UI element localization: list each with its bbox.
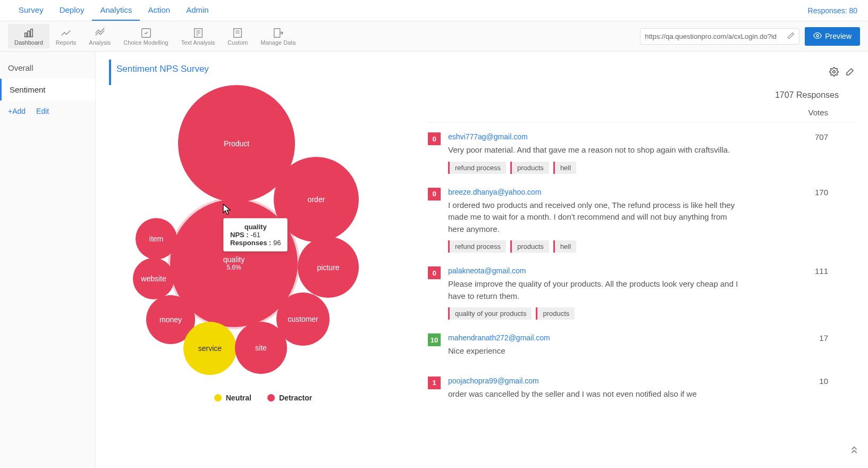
vote-count: 111 [812, 266, 844, 320]
response-item: 0palakneota@gmail.comPlease improve the … [428, 257, 844, 324]
votes-header: Votes [428, 108, 855, 123]
toolbar-text-analysis[interactable]: Text Analysis [175, 24, 222, 48]
tag[interactable]: quality of your products [448, 307, 532, 320]
vote-count: 707 [812, 132, 844, 174]
response-item: 0eshvi777ag@gmail.comVery poor material.… [428, 123, 844, 178]
export-icon [272, 27, 284, 39]
bubble-item[interactable]: item [136, 218, 177, 260]
score-badge: 0 [428, 132, 441, 145]
tag[interactable]: refund process [448, 240, 506, 253]
response-list: 0eshvi777ag@gmail.comVery poor material.… [428, 123, 855, 410]
eye-icon [813, 31, 822, 41]
score-badge: 0 [428, 188, 441, 200]
gear-icon[interactable] [829, 67, 839, 78]
sidebar-item-overall[interactable]: Overall [0, 57, 95, 79]
svg-point-13 [833, 70, 836, 73]
doc-icon [60, 27, 72, 39]
sidebar-item-sentiment[interactable]: Sentiment [0, 79, 95, 101]
choice-icon [140, 27, 153, 39]
url-input[interactable] [645, 32, 784, 40]
cursor-icon [222, 203, 232, 218]
edit-icon[interactable] [787, 32, 795, 41]
scroll-top-button[interactable] [848, 444, 860, 457]
preview-label: Preview [825, 32, 852, 40]
url-box[interactable] [640, 28, 799, 45]
response-item: 10mahendranath272@gmail.comNice experien… [428, 324, 844, 367]
tag[interactable]: hell [553, 240, 576, 253]
svg-rect-2 [31, 29, 33, 37]
bubble-picture[interactable]: picture [298, 237, 359, 298]
toolbar-manage-data[interactable]: Manage Data [254, 24, 302, 48]
tag[interactable]: refund process [448, 162, 506, 174]
top-nav: SurveyDeployAnalyticsActionAdmin Respons… [0, 0, 868, 21]
legend-neutral: Neutral [214, 394, 251, 402]
vote-count: 17 [812, 333, 844, 363]
bubble-chart[interactable]: Productquality5.6%orderitemwebsitepictur… [109, 85, 407, 388]
content-area: Sentiment NPS Survey Productquality5.6%o… [96, 52, 868, 468]
tag[interactable]: products [510, 240, 549, 253]
toolbar-dashboard[interactable]: Dashboard [8, 24, 49, 48]
toolbar-custom[interactable]: Custom [221, 24, 254, 48]
toolbar-choice-modelling[interactable]: Choice Modelling [117, 24, 174, 48]
toolbar: DashboardReportsAnalysisChoice Modelling… [0, 21, 868, 52]
response-text: I ordered two products and received only… [448, 199, 740, 236]
nav-action[interactable]: Action [140, 0, 178, 21]
response-email[interactable]: palakneota@gmail.com [448, 266, 526, 275]
response-text: Nice experience [448, 345, 740, 357]
response-email[interactable]: eshvi777ag@gmail.com [448, 132, 528, 141]
bubble-tooltip: qualityNPS : -61Responses : 96 [223, 218, 288, 252]
response-text: Please improve the quality of your produ… [448, 278, 740, 302]
bubble-website[interactable]: website [133, 258, 174, 299]
bubble-service[interactable]: service [183, 322, 237, 375]
survey-title: Sentiment NPS Survey [109, 60, 209, 85]
response-item: 1poojachopra99@gmail.comorder was cancel… [428, 367, 844, 410]
response-text: Very poor material. And that gave me a r… [448, 144, 740, 156]
nav-deploy[interactable]: Deploy [52, 0, 92, 21]
response-email[interactable]: breeze.dhanya@yahoo.com [448, 188, 541, 196]
tag[interactable]: products [536, 307, 575, 320]
vote-count: 170 [812, 188, 844, 253]
add-link[interactable]: +Add [8, 107, 26, 115]
response-email[interactable]: mahendranath272@gmail.com [448, 333, 550, 342]
responses-total: 1707 Responses [428, 85, 855, 108]
legend-detractor: Detractor [267, 394, 312, 402]
svg-rect-11 [274, 29, 280, 38]
svg-rect-1 [28, 31, 30, 37]
response-item: 0breeze.dhanya@yahoo.comI ordered two pr… [428, 178, 844, 257]
bubble-site[interactable]: site [235, 322, 287, 374]
bar-icon [22, 27, 35, 39]
nav-admin[interactable]: Admin [178, 0, 217, 21]
toolbar-analysis[interactable]: Analysis [82, 24, 117, 48]
score-badge: 10 [428, 333, 441, 346]
score-badge: 0 [428, 266, 441, 279]
line-icon [94, 27, 106, 39]
score-badge: 1 [428, 377, 441, 389]
edit-link[interactable]: Edit [36, 107, 49, 115]
text-icon [192, 27, 205, 39]
preview-button[interactable]: Preview [805, 27, 860, 46]
nav-analytics[interactable]: Analytics [92, 0, 140, 21]
responses-count: Responses: 80 [808, 6, 857, 15]
nav-survey[interactable]: Survey [11, 0, 52, 21]
wand-icon[interactable] [845, 67, 855, 78]
svg-point-12 [816, 35, 819, 37]
sidebar: OverallSentiment +Add Edit [0, 52, 96, 468]
svg-rect-0 [25, 33, 27, 37]
tag[interactable]: hell [553, 162, 576, 174]
tag[interactable]: products [510, 162, 549, 174]
response-email[interactable]: poojachopra99@gmail.com [448, 377, 539, 385]
toolbar-reports[interactable]: Reports [49, 24, 83, 48]
legend: NeutralDetractor [109, 388, 417, 407]
vote-count: 10 [812, 377, 844, 406]
response-text: order was cancelled by the seller and I … [448, 388, 740, 400]
custom-icon [231, 27, 244, 39]
